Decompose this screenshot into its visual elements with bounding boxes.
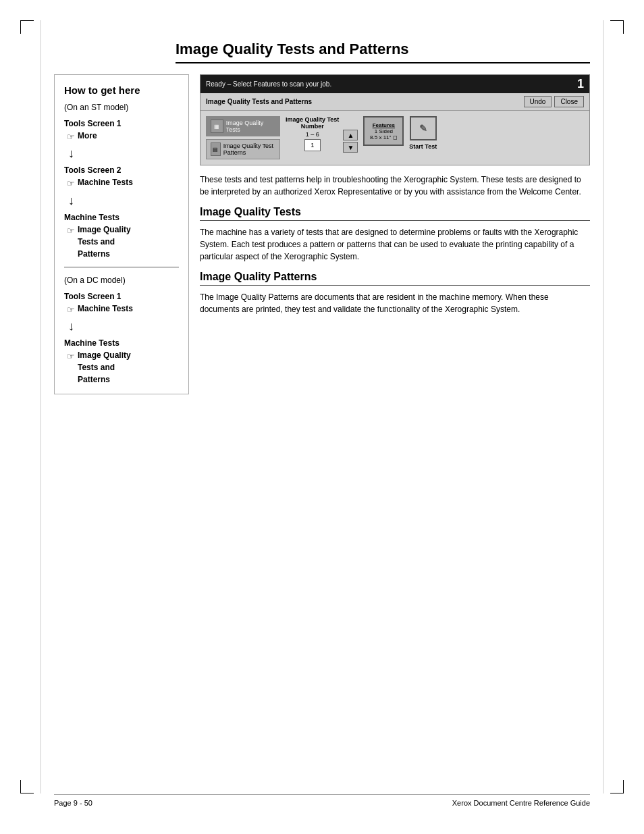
sidebar-st-arrow1: ↓ [68, 145, 179, 163]
sidebar-st-nav-more: ☞ More [67, 130, 179, 144]
ui-features-column: Features 1 Sided 8.5 x 11" ◻ [363, 116, 404, 146]
corner-mark-bl [20, 780, 34, 793]
main-layout: How to get here (On an ST model) Tools S… [54, 74, 590, 394]
ui-arrows-block: ▲ ▼ [343, 130, 358, 153]
ui-start-symbol: ✎ [419, 123, 427, 134]
nav-icon-iqtp-st: ☞ [67, 224, 75, 238]
sidebar-st-more-label: More [78, 130, 97, 142]
ui-status-text: Ready – Select Features to scan your job… [206, 80, 331, 88]
sidebar-dc-step1: Tools Screen 1 [64, 290, 179, 303]
sidebar-st-machine-label: Machine Tests [78, 176, 133, 188]
footer-guide-title: Xerox Document Centre Reference Guide [452, 799, 590, 807]
ui-close-button[interactable]: Close [554, 96, 584, 107]
ui-features-box[interactable]: Features 1 Sided 8.5 x 11" ◻ [363, 116, 404, 146]
sidebar-st-machine-tests: Machine Tests [64, 211, 179, 224]
ui-start-label: Start Test [409, 143, 437, 150]
ui-controls-area: Image Quality TestNumber 1 – 6 1 ▲ ▼ [286, 116, 358, 153]
ui-test-number-label: Image Quality TestNumber [286, 116, 339, 130]
nav-icon-more: ☞ [67, 130, 75, 144]
section-heading-patterns: Image Quality Patterns [200, 271, 590, 286]
ui-list-item-patterns[interactable]: ▤ Image Quality Test Patterns [206, 139, 280, 159]
sidebar-dc-iqtp-label: Image QualityTests andPatterns [78, 349, 131, 386]
intro-text: These tests and test patterns help in tr… [200, 174, 590, 198]
right-content-area: Ready – Select Features to scan your job… [200, 74, 590, 394]
sidebar-divider [64, 267, 179, 267]
ui-list-patterns-label: Image Quality Test Patterns [223, 142, 275, 156]
sidebar-navigation: How to get here (On an ST model) Tools S… [54, 74, 189, 394]
sidebar-st-nav-iqtp: ☞ Image QualityTests andPatterns [67, 224, 179, 260]
corner-mark-tr [610, 20, 624, 34]
sidebar-st-iqtp-label: Image QualityTests andPatterns [78, 224, 131, 260]
sidebar-dc-nav-iqtp: ☞ Image QualityTests andPatterns [67, 349, 179, 386]
corner-mark-tl [20, 20, 34, 34]
page-title: Image Quality Tests and Patterns [176, 41, 590, 63]
ui-undo-button[interactable]: Undo [524, 96, 552, 107]
ui-status-bar: Ready – Select Features to scan your job… [200, 75, 589, 93]
ui-btn-group: Undo Close [524, 96, 584, 107]
ui-test-number-range: 1 – 6 [306, 131, 319, 138]
section-heading-tests: Image Quality Tests [200, 206, 590, 221]
ui-list-icon-patterns: ▤ [211, 142, 221, 156]
ui-features-label: Features [373, 122, 395, 128]
ui-features-size: 8.5 x 11" ◻ [370, 134, 398, 140]
sidebar-st-arrow2: ↓ [68, 192, 179, 210]
ui-test-number-input[interactable]: 1 [304, 139, 321, 151]
section-text-patterns: The Image Quality Patterns are documents… [200, 291, 590, 315]
footer-page-number: Page 9 - 50 [54, 799, 92, 807]
ui-number-block: Image Quality TestNumber 1 – 6 1 [286, 116, 339, 151]
margin-line-right [603, 20, 603, 793]
ui-list-column: ▦ Image Quality Tests ▤ Image Quality Te… [206, 116, 280, 159]
sidebar-dc-arrow: ↓ [68, 317, 179, 336]
ui-list-item-tests[interactable]: ▦ Image Quality Tests [206, 116, 280, 136]
sidebar-dc-model: (On a DC model) [64, 274, 179, 286]
sidebar-st-nav-machine: ☞ Machine Tests [67, 176, 179, 190]
ui-arrow-down-button[interactable]: ▼ [343, 142, 358, 153]
page-footer: Page 9 - 50 Xerox Document Centre Refere… [54, 794, 590, 807]
ui-toolbar: Image Quality Tests and Patterns Undo Cl… [200, 93, 589, 111]
nav-icon-machine-st: ☞ [67, 177, 75, 190]
ui-page-number: 1 [577, 77, 584, 91]
ui-screenshot-panel: Ready – Select Features to scan your job… [200, 74, 590, 165]
ui-panel-body: ▦ Image Quality Tests ▤ Image Quality Te… [200, 111, 589, 165]
ui-list-tests-label: Image Quality Tests [226, 120, 275, 133]
sidebar-st-step2: Tools Screen 2 [64, 164, 179, 176]
sidebar-st-step1: Tools Screen 1 [64, 118, 179, 130]
ui-list-icon-tests: ▦ [211, 120, 223, 133]
margin-line-left [41, 20, 41, 793]
section-text-tests: The machine has a variety of tests that … [200, 226, 590, 263]
sidebar-how-title: How to get here [64, 83, 179, 99]
sidebar-dc-machine-label: Machine Tests [78, 303, 133, 315]
nav-icon-machine-dc: ☞ [67, 303, 75, 317]
sidebar-dc-machine-tests: Machine Tests [64, 337, 179, 349]
ui-start-column: ✎ Start Test [409, 116, 437, 150]
corner-mark-br [610, 780, 624, 793]
nav-icon-iqtp-dc: ☞ [67, 350, 75, 363]
ui-arrow-up-button[interactable]: ▲ [343, 130, 358, 140]
sidebar-st-model: (On an ST model) [64, 101, 179, 113]
ui-features-sided: 1 Sided [375, 128, 393, 134]
ui-tab-label: Image Quality Tests and Patterns [206, 98, 312, 105]
sidebar-dc-nav-machine: ☞ Machine Tests [67, 303, 179, 317]
ui-start-test-button[interactable]: ✎ [410, 116, 437, 140]
